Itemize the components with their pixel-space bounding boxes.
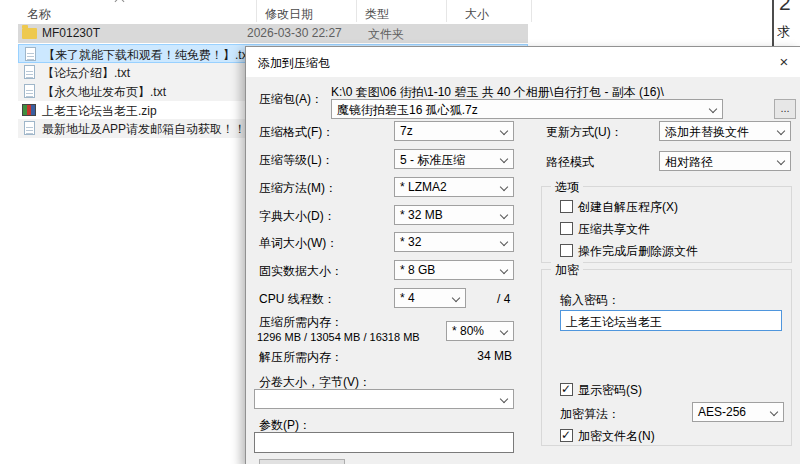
- partial-button[interactable]: [259, 459, 345, 464]
- update-mode-value: 添加并替换文件: [665, 125, 749, 139]
- background-window-edge: [772, 0, 774, 46]
- method-value: * LZMA2: [400, 180, 447, 194]
- folder-icon: [22, 28, 37, 39]
- dialog-title: 添加到压缩包: [258, 55, 330, 72]
- decompress-memory-value: 34 MB: [426, 349, 512, 363]
- create-sfx-checkbox[interactable]: 创建自解压程序(X): [560, 199, 678, 216]
- file-name: 【永久地址发布页】.txt: [42, 84, 166, 101]
- solid-size-combobox[interactable]: * 8 GB: [394, 260, 514, 280]
- add-to-archive-dialog: 添加到压缩包 × 压缩包(A)： K:\0 套图\06 街拍\1-10 碧玉 共…: [245, 46, 800, 464]
- checkbox-icon[interactable]: [560, 222, 573, 235]
- checkbox-label: 加密文件名(N): [578, 429, 655, 443]
- memory-usage-value: * 80%: [452, 324, 484, 338]
- archive-file-name: 魔镜街拍碧玉16 孤心狐.7z: [337, 103, 478, 117]
- chevron-down-icon: [500, 211, 508, 219]
- file-type: 文件夹: [368, 26, 404, 43]
- sort-ascending-icon: [115, 0, 125, 6]
- column-separator[interactable]: [446, 0, 447, 22]
- checkbox-icon[interactable]: [560, 429, 573, 442]
- column-separator[interactable]: [256, 0, 257, 22]
- password-input[interactable]: 上老王论坛当老王: [560, 310, 782, 331]
- column-header-size[interactable]: 大小: [465, 6, 489, 23]
- file-name: MF01230T: [42, 26, 100, 40]
- column-header-date[interactable]: 修改日期: [265, 6, 313, 23]
- archive-label: 压缩包(A)：: [259, 91, 323, 108]
- text-file-icon: [24, 65, 35, 79]
- column-separator[interactable]: [531, 0, 532, 22]
- word-size-combobox[interactable]: * 32: [394, 232, 514, 252]
- options-group-title: 选项: [551, 179, 583, 196]
- background-window-partial-number: 2: [779, 0, 791, 15]
- checkbox-label: 操作完成后删除源文件: [578, 244, 698, 258]
- cpu-threads-value: * 4: [400, 291, 415, 305]
- method-label: 压缩方法(M)：: [259, 180, 337, 197]
- chevron-down-icon: [777, 127, 785, 135]
- solid-size-label: 固实数据大小：: [259, 263, 343, 280]
- file-name: 最新地址及APP请发邮箱自动获取！！！…: [42, 121, 270, 138]
- text-file-icon: [24, 121, 35, 135]
- background-window-partial-text: 求: [777, 23, 800, 41]
- dict-size-label: 字典大小(D)：: [259, 208, 336, 225]
- decompress-memory-label: 解压所需内存：: [259, 349, 343, 366]
- format-value: 7z: [400, 124, 413, 138]
- compress-memory-label: 压缩所需内存：: [259, 314, 343, 331]
- word-size-label: 单词大小(W)：: [259, 235, 338, 252]
- chevron-down-icon: [770, 408, 778, 416]
- chevron-down-icon: [500, 127, 508, 135]
- level-label: 压缩等级(L)：: [259, 152, 334, 169]
- show-password-checkbox[interactable]: 显示密码(S): [560, 382, 642, 399]
- checkbox-label: 压缩共享文件: [578, 222, 650, 236]
- compress-memory-values: 1296 MB / 13054 MB / 16318 MB: [257, 331, 420, 343]
- checkbox-icon[interactable]: [560, 200, 573, 213]
- chevron-down-icon: [500, 266, 508, 274]
- solid-size-value: * 8 GB: [400, 263, 435, 277]
- column-separator[interactable]: [356, 0, 357, 22]
- memory-usage-combobox[interactable]: * 80%: [446, 321, 514, 341]
- column-header-type[interactable]: 类型: [365, 6, 389, 23]
- update-mode-label: 更新方式(U)：: [546, 124, 623, 141]
- cpu-threads-max: / 4: [497, 292, 510, 306]
- dict-size-value: * 32 MB: [400, 208, 443, 222]
- format-combobox[interactable]: 7z: [394, 121, 514, 141]
- zip-archive-icon: [22, 104, 36, 116]
- checkbox-icon[interactable]: [560, 383, 573, 396]
- encrypt-filenames-checkbox[interactable]: 加密文件名(N): [560, 428, 655, 445]
- path-mode-value: 相对路径: [665, 155, 713, 169]
- file-name: 【论坛介绍】.txt: [42, 65, 130, 82]
- browse-button[interactable]: ...: [774, 99, 796, 119]
- encryption-group-title: 加密: [551, 262, 583, 279]
- path-mode-combobox[interactable]: 相对路径: [659, 151, 791, 171]
- dict-size-combobox[interactable]: * 32 MB: [394, 205, 514, 225]
- chevron-down-icon: [500, 183, 508, 191]
- level-combobox[interactable]: 5 - 标准压缩: [394, 149, 514, 169]
- cpu-threads-combobox[interactable]: * 4: [394, 288, 466, 308]
- close-icon[interactable]: ×: [774, 52, 794, 72]
- checkbox-label: 显示密码(S): [578, 383, 642, 397]
- dialog-titlebar[interactable]: 添加到压缩包 ×: [246, 47, 800, 77]
- file-row[interactable]: MF01230T 2026-03-30 22:27 文件夹: [18, 24, 528, 43]
- file-date: 2026-03-30 22:27: [247, 26, 342, 40]
- volume-size-combobox[interactable]: [254, 389, 514, 409]
- archive-name-combobox[interactable]: 魔镜街拍碧玉16 孤心狐.7z: [331, 99, 723, 119]
- chevron-down-icon: [452, 294, 460, 302]
- chevron-down-icon: [500, 327, 508, 335]
- method-combobox[interactable]: * LZMA2: [394, 177, 514, 197]
- delete-after-checkbox[interactable]: 操作完成后删除源文件: [560, 243, 698, 260]
- checkbox-icon[interactable]: [560, 244, 573, 257]
- password-label: 输入密码：: [560, 292, 620, 309]
- column-header-name[interactable]: 名称: [27, 6, 51, 23]
- update-mode-combobox[interactable]: 添加并替换文件: [659, 121, 791, 141]
- path-mode-label: 路径模式: [546, 154, 594, 171]
- format-label: 压缩格式(F)：: [259, 124, 334, 141]
- encryption-groupbox: 加密 输入密码： 上老王论坛当老王 显示密码(S) 加密算法： AES-256 …: [541, 269, 792, 446]
- encryption-method-value: AES-256: [698, 405, 746, 419]
- parameters-input[interactable]: [254, 432, 514, 453]
- chevron-down-icon: [709, 105, 717, 113]
- chevron-down-icon: [500, 155, 508, 163]
- chevron-down-icon: [500, 238, 508, 246]
- compress-shared-checkbox[interactable]: 压缩共享文件: [560, 221, 650, 238]
- encryption-method-combobox[interactable]: AES-256: [692, 402, 784, 422]
- file-name: 【来了就能下载和观看！纯免费！】.txt: [43, 47, 251, 63]
- checkbox-label: 创建自解压程序(X): [578, 200, 678, 214]
- text-file-icon: [24, 84, 35, 98]
